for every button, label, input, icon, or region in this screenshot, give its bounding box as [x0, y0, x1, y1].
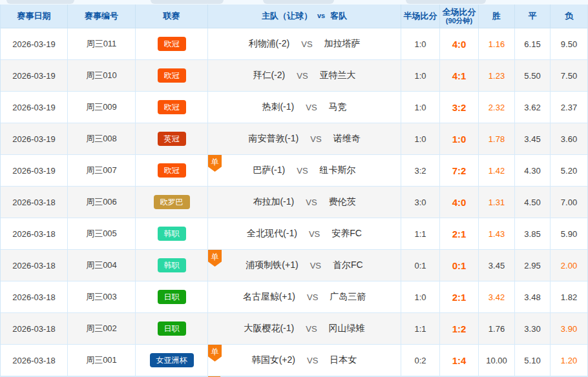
match-row[interactable]: 2026-03-19 周三010 欧冠 拜仁(-2) VS 亚特兰大 1:0 4… — [1, 60, 587, 92]
col-header-matchup: 主队（让球） vs 客队 — [208, 5, 401, 28]
match-date: 2026-03-19 — [1, 92, 68, 123]
full-time-score: 0:1 — [440, 250, 479, 281]
league-cell: 女亚洲杯 — [136, 345, 208, 376]
table-body: 2026-03-19 周三011 欧冠 利物浦(-2) VS 加拉塔萨 1:0 … — [1, 28, 587, 376]
away-team: 加拉塔萨 — [324, 38, 361, 50]
league-cell: 欧冠 — [136, 155, 208, 187]
win-odds: 1.78 — [479, 123, 515, 155]
full-time-score: 4:0 — [440, 187, 479, 218]
matchup-cell: 拜仁(-2) VS 亚特兰大 — [208, 60, 401, 92]
matchup-cell: 热刺(-1) VS 马竞 — [208, 92, 401, 123]
draw-odds: 3.48 — [515, 281, 551, 313]
matchup-cell: 单 巴萨(-1) VS 纽卡斯尔 — [208, 155, 401, 187]
league-badge: 欧冠 — [158, 68, 186, 83]
vs-label: VS — [306, 198, 317, 207]
matchup-cell: 全北现代(-1) VS 安养FC — [208, 218, 401, 250]
win-odds: 1.43 — [479, 218, 515, 250]
col-header-lose: 负 — [551, 5, 587, 28]
win-odds: 1.42 — [479, 155, 515, 187]
lose-odds: 7.00 — [551, 187, 587, 218]
partial-filter-pill[interactable] — [6, 0, 74, 4]
single-bet-ribbon: 单 — [208, 155, 222, 172]
home-team: 全北现代(-1) — [247, 228, 297, 239]
half-time-score: 1:0 — [401, 123, 440, 155]
match-row[interactable]: 2026-03-18 周三003 日职 名古屋鲸(+1) VS 广岛三箭 1:0… — [1, 281, 587, 313]
match-date: 2026-03-18 — [1, 187, 68, 218]
vs-label: VS — [310, 261, 321, 270]
matchup-cell: 单 韩国女(+2) VS 日本女 — [208, 345, 401, 376]
match-row[interactable]: 2026-03-19 周三009 欧冠 热刺(-1) VS 马竞 1:0 3:2… — [1, 92, 587, 123]
vs-label: VS — [297, 71, 308, 81]
match-number: 周三003 — [68, 281, 136, 313]
match-row[interactable]: 2026-03-18 周三002 日职 大阪樱花(-1) VS 冈山绿雉 1:1… — [1, 313, 587, 345]
league-badge: 英冠 — [158, 132, 186, 146]
vs-label: VS — [307, 292, 318, 302]
half-time-score: 1:0 — [401, 281, 440, 313]
league-cell: 韩职 — [136, 250, 208, 281]
draw-odds: 5.10 — [515, 345, 551, 376]
match-row[interactable]: 2026-03-18 周三006 欧罗巴 布拉加(-1) VS 费伦茨 3:0 … — [1, 187, 587, 218]
matchup-cell: 名古屋鲸(+1) VS 广岛三箭 — [208, 281, 401, 313]
win-odds: 1.16 — [479, 28, 515, 60]
match-row[interactable]: 2026-03-18 周三001 女亚洲杯 单 韩国女(+2) VS 日本女 0… — [1, 345, 587, 376]
col-header-away: 客队 — [330, 11, 347, 21]
lose-odds: 3.90 — [551, 313, 587, 345]
matchup-cell: 南安普敦(-1) VS 诺维奇 — [208, 123, 401, 155]
match-row[interactable]: 2026-03-19 周三011 欧冠 利物浦(-2) VS 加拉塔萨 1:0 … — [1, 28, 587, 60]
match-number: 周三011 — [68, 28, 136, 60]
lose-odds: 7.50 — [551, 60, 587, 92]
league-cell: 欧罗巴 — [136, 187, 208, 218]
half-time-score: 0:2 — [401, 345, 440, 376]
matchup-cell: 利物浦(-2) VS 加拉塔萨 — [208, 28, 401, 60]
single-bet-ribbon: 单 — [208, 250, 222, 267]
partial-filter-pill[interactable] — [263, 0, 334, 4]
col-header-vs: vs — [317, 12, 325, 20]
match-row[interactable]: 2026-03-19 周三007 欧冠 单 巴萨(-1) VS 纽卡斯尔 3:2… — [1, 155, 587, 187]
home-team: 南安普敦(-1) — [248, 133, 299, 145]
match-row[interactable]: 2026-03-18 周三004 韩职 单 浦项制铁(+1) VS 首尔FC 0… — [1, 250, 587, 281]
league-cell: 欧冠 — [136, 28, 208, 60]
col-header-draw: 平 — [515, 5, 551, 28]
away-team: 日本女 — [330, 354, 357, 366]
match-number: 周三002 — [68, 313, 136, 345]
half-time-score: 1:1 — [401, 218, 440, 250]
half-time-score: 1:1 — [401, 313, 440, 345]
league-badge: 日职 — [158, 290, 186, 304]
match-date: 2026-03-18 — [1, 345, 68, 376]
draw-odds: 3.85 — [515, 218, 551, 250]
match-number: 周三009 — [68, 92, 136, 123]
match-number: 周三005 — [68, 218, 136, 250]
away-team: 广岛三箭 — [330, 291, 366, 303]
league-badge: 欧冠 — [158, 37, 186, 51]
match-row[interactable]: 2026-03-18 周三005 韩职 全北现代(-1) VS 安养FC 1:1… — [1, 218, 587, 250]
half-time-score: 1:0 — [401, 60, 440, 92]
league-cell: 欧冠 — [136, 60, 208, 92]
results-table: 赛事日期 赛事编号 联赛 主队（让球） vs 客队 半场比分 全场比分 (90分… — [0, 5, 588, 376]
league-badge: 日职 — [158, 321, 186, 336]
lose-odds: 5.90 — [551, 218, 587, 250]
col-header-league: 联赛 — [136, 5, 208, 28]
half-time-score: 3:2 — [401, 155, 440, 187]
lose-odds: 5.20 — [551, 155, 587, 187]
vs-label: VS — [297, 166, 308, 176]
match-date: 2026-03-18 — [1, 313, 68, 345]
full-time-score: 1:4 — [440, 345, 479, 376]
matchup-cell: 布拉加(-1) VS 费伦茨 — [208, 187, 401, 218]
draw-odds: 3.62 — [515, 92, 551, 123]
match-row[interactable]: 2026-03-19 周三008 英冠 南安普敦(-1) VS 诺维奇 1:0 … — [1, 123, 587, 155]
match-number: 周三006 — [68, 187, 136, 218]
half-time-score: 1:0 — [401, 28, 440, 60]
lottery-results-screen: 赛事日期 赛事编号 联赛 主队（让球） vs 客队 半场比分 全场比分 (90分… — [0, 0, 588, 377]
match-date: 2026-03-19 — [1, 28, 68, 60]
match-date: 2026-03-19 — [1, 123, 68, 155]
match-number: 周三010 — [68, 60, 136, 92]
draw-odds: 4.30 — [515, 155, 551, 187]
full-time-score: 4:1 — [440, 60, 479, 92]
table-header-row: 赛事日期 赛事编号 联赛 主队（让球） vs 客队 半场比分 全场比分 (90分… — [1, 5, 587, 28]
away-team: 冈山绿雉 — [329, 323, 365, 334]
partial-filter-pill[interactable] — [406, 0, 486, 4]
lose-odds: 2.00 — [551, 250, 587, 281]
partial-filter-pill[interactable] — [151, 0, 224, 4]
match-number: 周三001 — [68, 345, 136, 376]
home-team: 大阪樱花(-1) — [244, 323, 294, 334]
